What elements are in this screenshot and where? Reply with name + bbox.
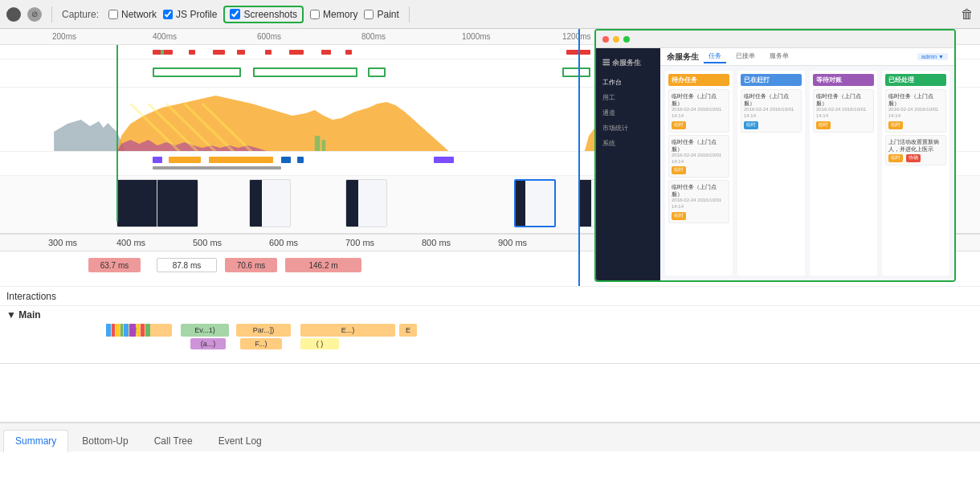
tab-event-log[interactable]: Event Log	[206, 430, 274, 451]
timing-bar-3: 70.6 ms	[225, 258, 277, 272]
dot-yellow	[613, 36, 619, 43]
paint-checkbox-group[interactable]: Paint	[364, 9, 398, 20]
dot-green	[623, 36, 630, 43]
jsprofile-label: JS Profile	[176, 9, 217, 20]
net-bar-8	[345, 50, 352, 55]
tag-1: 临时	[672, 121, 686, 129]
misc-bar-7	[434, 157, 454, 163]
net-bar-2	[189, 50, 195, 55]
network-checkbox[interactable]	[108, 10, 118, 19]
screenshot-thumb-4	[345, 179, 387, 227]
mini-sidebar: ☰ 余服务生 工作台 用工 通道 市场统计 系统	[596, 48, 660, 280]
svg-rect-5	[315, 136, 321, 152]
col-header-waiting: 等待对账	[813, 74, 874, 86]
tick-900ms: 900 ms	[498, 238, 527, 247]
memory-checkbox[interactable]	[310, 10, 320, 19]
tick-600ms-b: 600 ms	[269, 238, 298, 247]
col-header-pending: 待办任务	[668, 74, 729, 86]
misc-bar-1	[153, 157, 162, 163]
tab-service: 服务单	[765, 50, 794, 63]
paint-label: Paint	[377, 9, 398, 20]
record-button[interactable]	[6, 7, 21, 22]
screenshot-thumb-1	[116, 179, 158, 227]
timing-bar-2: 87.8 ms	[157, 258, 217, 272]
tag-5: 临时	[816, 121, 831, 129]
tick-700ms: 700 ms	[345, 238, 374, 247]
tab-call-tree[interactable]: Call Tree	[142, 430, 205, 451]
misc-bar-6	[153, 166, 281, 170]
sidebar-item-workers: 用工	[596, 90, 660, 105]
col-header-done: 已经处理	[885, 74, 946, 86]
app-title: 余服务生	[667, 51, 699, 63]
screenshot-preview: ☰ 余服务生 工作台 用工 通道 市场统计 系统 余服务生 任务 已接单 服务单…	[594, 29, 956, 282]
col-header-rushing: 已在赶打	[741, 74, 802, 86]
stop-button[interactable]: ⊘	[27, 7, 42, 22]
paint-checkbox[interactable]	[364, 10, 374, 19]
card-5: 临时任务（上门点服） 2016-02-24 2016/10/01 14:14 临…	[813, 89, 874, 133]
sidebar-item-channel: 通道	[596, 105, 660, 120]
divider2	[409, 6, 410, 22]
network-label: Network	[121, 9, 157, 20]
tick-300ms: 300 ms	[48, 238, 77, 247]
mini-browser-header	[596, 31, 954, 48]
misc-bar-5	[297, 157, 304, 163]
net-bar-5	[265, 50, 272, 55]
sidebar-item-workbench: 工作台	[596, 75, 660, 90]
tick-800ms: 800ms	[361, 32, 386, 41]
frame-bar-1	[153, 67, 241, 77]
main-section: ▼ Main E... Ev...1) Par...]) E...) E (a.…	[0, 306, 980, 364]
misc-bar-4	[281, 157, 291, 163]
net-bar-4	[237, 50, 245, 55]
tag-4: 临时	[744, 121, 758, 129]
user-badge: admin ▼	[917, 53, 948, 60]
tab-tasks: 任务	[704, 50, 726, 63]
green-marker	[116, 45, 118, 222]
current-time-line	[578, 29, 580, 286]
screenshots-label: Screenshots	[243, 9, 297, 20]
column-waiting: 等待对账 临时任务（上门点服） 2016-02-24 2016/10/01 14…	[810, 71, 877, 276]
screenshot-thumb-3	[249, 179, 291, 227]
column-pending: 待办任务 临时任务（上门点服） 2016-02-24 2016/10/01 14…	[665, 71, 733, 276]
mini-content: 余服务生 任务 已接单 服务单 admin ▼ 待办任务 临时任务（上门点服） …	[660, 48, 954, 280]
column-done: 已经处理 临时任务（上门点服） 2016-02-24 2016/10/01 14…	[882, 71, 949, 276]
sub-flame-bar-2: F...)	[240, 338, 282, 349]
tab-summary[interactable]: Summary	[3, 430, 68, 452]
tick-400ms: 400ms	[153, 32, 177, 41]
tick-1200ms: 1200ms	[562, 32, 591, 41]
network-checkbox-group[interactable]: Network	[108, 9, 157, 20]
dot-red	[602, 36, 609, 43]
clear-button[interactable]: 🗑	[961, 7, 974, 22]
tag-6: 临时	[888, 121, 903, 129]
jsprofile-checkbox-group[interactable]: JS Profile	[163, 9, 217, 20]
jsprofile-checkbox[interactable]	[163, 10, 173, 19]
memory-label: Memory	[323, 9, 357, 20]
mini-app: ☰ 余服务生 工作台 用工 通道 市场统计 系统 余服务生 任务 已接单 服务单…	[596, 48, 954, 280]
timing-bar-4: 146.2 m	[285, 258, 361, 272]
misc-bar-3	[209, 157, 273, 163]
screenshots-checkbox-group[interactable]: Screenshots	[223, 6, 304, 23]
card-2: 临时任务（上门点服） 2016-02-24 2016/10/01 14:14 临…	[668, 135, 729, 178]
sidebar-item-stats: 市场统计	[596, 120, 660, 136]
svg-rect-6	[322, 140, 325, 152]
sidebar-logo: ☰ 余服务生	[596, 55, 660, 75]
memory-checkbox-group[interactable]: Memory	[310, 9, 357, 20]
tab-bottom-up[interactable]: Bottom-Up	[70, 430, 140, 451]
small-bars-row	[106, 324, 150, 337]
frame-bar-3	[368, 67, 386, 77]
card-4: 临时任务（上门点服） 2016-02-24 2016/10/01 14:14 临…	[741, 89, 802, 133]
flame-bar-3: Par...])	[236, 324, 291, 337]
toolbar: ⊘ Capture: Network JS Profile Screenshot…	[0, 0, 980, 29]
sub-flame-bar-1: (a...)	[190, 338, 226, 349]
flame-bar-5: E	[399, 324, 417, 337]
card-1: 临时任务（上门点服） 2016-02-24 2016/10/01 14:14 临…	[668, 89, 729, 133]
tick-1000ms: 1000ms	[462, 32, 491, 41]
card-6: 临时任务（上门点服） 2016-02-24 2016/10/01 14:14 临…	[885, 89, 946, 133]
net-bar-green-1	[161, 50, 164, 55]
net-bar-7	[321, 50, 331, 55]
tag-2: 临时	[672, 166, 686, 174]
tag-7b: 待确	[906, 154, 921, 162]
capture-label: Capture:	[62, 9, 99, 20]
flame-bar-4: E...)	[300, 324, 395, 337]
screenshots-checkbox[interactable]	[230, 9, 240, 19]
tag-3: 临时	[672, 212, 686, 220]
